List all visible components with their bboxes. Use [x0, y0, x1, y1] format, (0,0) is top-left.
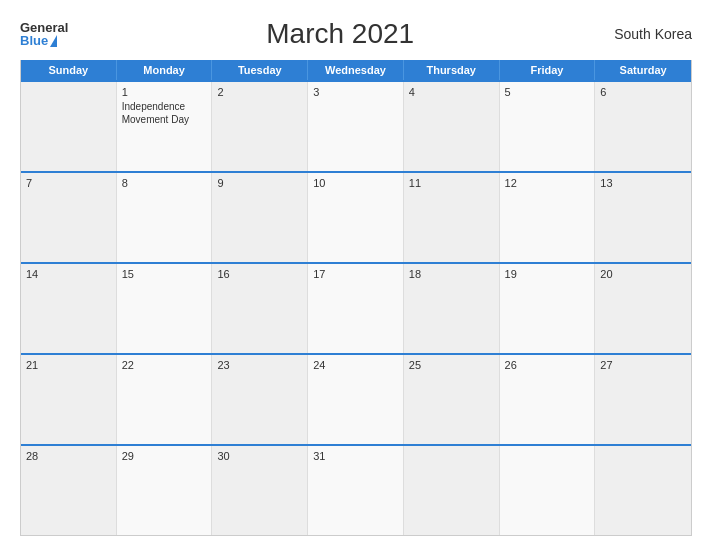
cell-w4-wed: 24: [308, 355, 404, 444]
calendar-grid: Sunday Monday Tuesday Wednesday Thursday…: [20, 60, 692, 536]
header-saturday: Saturday: [595, 60, 691, 80]
header-tuesday: Tuesday: [212, 60, 308, 80]
cell-w3-tue: 16: [212, 264, 308, 353]
cell-w2-tue: 9: [212, 173, 308, 262]
cell-w1-sun: [21, 82, 117, 171]
cell-w5-mon: 29: [117, 446, 213, 535]
week-4: 21 22 23 24 25 26 27: [21, 353, 691, 444]
cell-w3-mon: 15: [117, 264, 213, 353]
header-thursday: Thursday: [404, 60, 500, 80]
calendar-header: Sunday Monday Tuesday Wednesday Thursday…: [21, 60, 691, 80]
cell-w5-thu: [404, 446, 500, 535]
logo-triangle-icon: [50, 35, 57, 47]
cell-w4-thu: 25: [404, 355, 500, 444]
cell-w5-fri: [500, 446, 596, 535]
cell-w4-sun: 21: [21, 355, 117, 444]
week-2: 7 8 9 10 11 12 13: [21, 171, 691, 262]
week-5: 28 29 30 31: [21, 444, 691, 535]
cell-w1-sat: 6: [595, 82, 691, 171]
cell-w4-sat: 27: [595, 355, 691, 444]
cell-w2-thu: 11: [404, 173, 500, 262]
cell-w2-sat: 13: [595, 173, 691, 262]
cell-w3-thu: 18: [404, 264, 500, 353]
cell-w4-fri: 26: [500, 355, 596, 444]
cell-w3-sat: 20: [595, 264, 691, 353]
cell-w3-sun: 14: [21, 264, 117, 353]
cell-w5-wed: 31: [308, 446, 404, 535]
cell-w3-wed: 17: [308, 264, 404, 353]
cell-w4-mon: 22: [117, 355, 213, 444]
logo: General Blue: [20, 21, 68, 47]
cell-w1-tue: 2: [212, 82, 308, 171]
week-1: 1 Independence Movement Day 2 3 4 5 6: [21, 80, 691, 171]
header-wednesday: Wednesday: [308, 60, 404, 80]
country-label: South Korea: [612, 26, 692, 42]
header: General Blue March 2021 South Korea: [20, 18, 692, 50]
cell-w2-mon: 8: [117, 173, 213, 262]
logo-blue-text: Blue: [20, 34, 48, 47]
cell-w5-sun: 28: [21, 446, 117, 535]
calendar-title: March 2021: [68, 18, 612, 50]
cell-w5-tue: 30: [212, 446, 308, 535]
cell-w1-fri: 5: [500, 82, 596, 171]
header-friday: Friday: [500, 60, 596, 80]
calendar-page: General Blue March 2021 South Korea Sund…: [0, 0, 712, 550]
cell-w5-sat: [595, 446, 691, 535]
cell-w2-fri: 12: [500, 173, 596, 262]
cell-w1-thu: 4: [404, 82, 500, 171]
header-monday: Monday: [117, 60, 213, 80]
cell-w2-wed: 10: [308, 173, 404, 262]
week-3: 14 15 16 17 18 19 20: [21, 262, 691, 353]
header-sunday: Sunday: [21, 60, 117, 80]
cell-w1-mon: 1 Independence Movement Day: [117, 82, 213, 171]
cell-w2-sun: 7: [21, 173, 117, 262]
cell-w3-fri: 19: [500, 264, 596, 353]
cell-w4-tue: 23: [212, 355, 308, 444]
cell-w1-wed: 3: [308, 82, 404, 171]
